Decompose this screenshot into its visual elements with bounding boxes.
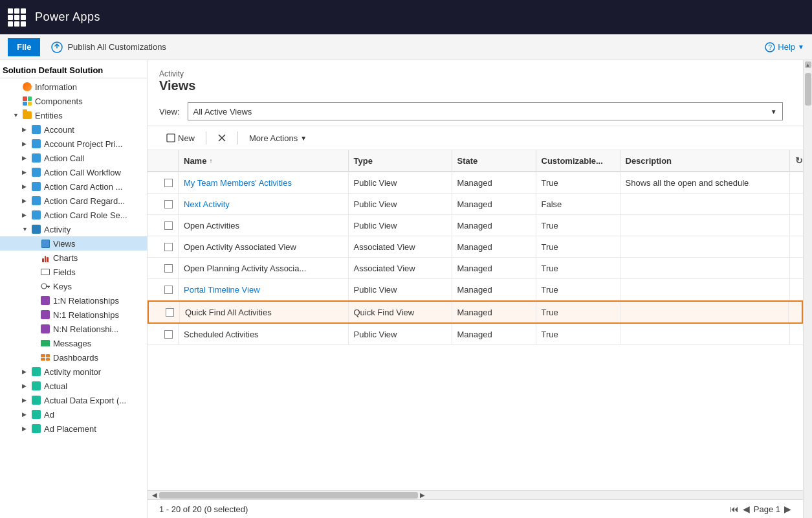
sidebar-item-views[interactable]: Views [0, 236, 147, 251]
sidebar-item-action-call-workflow[interactable]: ▶ Action Call Workflow [0, 165, 147, 179]
sidebar-label-1n-rel: 1:N Relationships [53, 296, 119, 306]
tree-arrow: ▶ [22, 141, 28, 147]
h-scroll-thumb[interactable] [159, 492, 418, 499]
fields-icon [40, 267, 50, 277]
header-customizable[interactable]: Customizable... [536, 150, 620, 171]
delete-icon [217, 133, 226, 142]
sidebar-item-1n-rel[interactable]: 1:N Relationships [0, 293, 147, 308]
sidebar-item-dashboards[interactable]: Dashboards [0, 350, 147, 365]
row-checkbox[interactable] [159, 215, 179, 236]
table-row: My Team Members' Activities Public View … [148, 172, 803, 194]
new-button[interactable]: New [159, 129, 202, 147]
row-description [620, 302, 789, 322]
sidebar-item-activity-monitor[interactable]: ▶ Activity monitor [0, 365, 147, 379]
row-name[interactable]: My Team Members' Activities [179, 172, 349, 193]
sidebar-item-action-call[interactable]: ▶ Action Call [0, 151, 147, 165]
row-checkbox[interactable] [159, 172, 179, 193]
header-state[interactable]: State [452, 150, 536, 171]
sidebar-item-action-card-action[interactable]: ▶ Action Card Action ... [0, 179, 147, 194]
sidebar-item-ad-placement[interactable]: ▶ Ad Placement [0, 422, 147, 436]
action-card-action-icon [31, 181, 41, 192]
sidebar-item-actual[interactable]: ▶ Actual [0, 379, 147, 393]
sidebar-item-components[interactable]: Components [0, 94, 147, 108]
sidebar-label-account: Account [44, 125, 74, 135]
sidebar-item-account[interactable]: ▶ Account [0, 122, 147, 137]
scroll-right-arrow[interactable]: ▶ [418, 492, 427, 499]
sidebar-item-n1-rel[interactable]: N:1 Relationships [0, 308, 147, 322]
prev-page-button[interactable]: ◀ [743, 504, 750, 514]
sidebar-item-entities[interactable]: ▼ Entities [0, 108, 147, 122]
row-checkbox[interactable] [159, 324, 179, 344]
row-checkbox[interactable] [159, 236, 179, 257]
file-button[interactable]: File [8, 38, 40, 56]
row-customizable: True [536, 258, 620, 278]
delete-button[interactable] [210, 129, 234, 147]
sidebar-item-ad[interactable]: ▶ Ad [0, 407, 147, 422]
first-page-button[interactable]: ⏮ [730, 504, 739, 514]
waffle-menu[interactable] [8, 8, 26, 27]
row-customizable: True [536, 172, 620, 193]
footer-range: 1 - 20 of 20 (0 selected) [159, 504, 248, 514]
sidebar-item-activity[interactable]: ▼ Activity [0, 222, 147, 236]
scroll-left-arrow[interactable]: ◀ [150, 492, 159, 499]
sidebar-label-activity: Activity [44, 225, 71, 234]
row-name[interactable]: Next Activity [179, 194, 349, 214]
header-description[interactable]: Description [620, 150, 791, 171]
sidebar-item-charts[interactable]: Charts [0, 251, 147, 265]
sidebar-label-entities: Entities [35, 111, 63, 120]
sidebar-label-n1-rel: N:1 Relationships [53, 310, 119, 320]
sidebar: Solution Default Solution Information Co… [0, 60, 148, 518]
row-checkbox[interactable] [159, 258, 179, 278]
header-description-label: Description [626, 156, 672, 166]
next-page-button[interactable]: ▶ [784, 504, 791, 514]
svg-rect-4 [46, 286, 50, 287]
row-checkbox[interactable] [159, 194, 179, 214]
page-label: Page 1 [754, 504, 780, 514]
sidebar-item-keys[interactable]: Keys [0, 279, 147, 293]
header-refresh[interactable]: ↻ [790, 150, 803, 171]
sidebar-item-information[interactable]: Information [0, 80, 147, 94]
grid-header: Name ↑ Type State Customizable... Descri… [148, 150, 803, 172]
svg-rect-5 [48, 287, 49, 288]
action-toolbar: New More Actions ▼ [148, 126, 812, 150]
action-call-icon [31, 153, 41, 163]
refresh-icon[interactable]: ↻ [795, 155, 803, 166]
sidebar-label-account-project: Account Project Pri... [44, 139, 122, 149]
sidebar-item-fields[interactable]: Fields [0, 265, 147, 279]
sidebar-label-activity-monitor: Activity monitor [44, 367, 101, 377]
sidebar-item-action-card-role[interactable]: ▶ Action Card Role Se... [0, 208, 147, 222]
help-button[interactable]: ? Help ▼ [765, 42, 804, 52]
comp-icon [22, 96, 32, 106]
row-extra [790, 194, 803, 214]
sidebar-label-ad: Ad [44, 410, 54, 420]
sidebar-label-information: Information [35, 82, 77, 92]
sidebar-item-actual-data-export[interactable]: ▶ Actual Data Export (... [0, 393, 147, 407]
new-icon [166, 133, 175, 142]
solution-title: Solution Default Solution [0, 60, 147, 78]
chevron-down-icon: ▼ [771, 108, 777, 115]
header-type[interactable]: Type [349, 150, 452, 171]
sidebar-item-messages[interactable]: Messages [0, 336, 147, 350]
publish-button[interactable]: Publish All Customizations [50, 41, 166, 54]
row-description [620, 279, 791, 300]
header-checkbox-cell [159, 150, 179, 171]
n1-rel-icon [40, 310, 50, 320]
toolbar-separator-2 [237, 131, 238, 144]
view-dropdown[interactable]: All Active Views ▼ [188, 102, 783, 120]
tree-arrow: ▶ [22, 126, 28, 133]
row-type: Public View [349, 324, 452, 344]
row-extra [790, 324, 803, 344]
row-name[interactable]: Portal Timeline View [179, 279, 349, 300]
more-actions-chevron: ▼ [300, 135, 307, 142]
header-name[interactable]: Name ↑ [179, 150, 349, 171]
sidebar-item-account-project[interactable]: ▶ Account Project Pri... [0, 137, 147, 151]
row-extra [790, 258, 803, 278]
more-actions-button[interactable]: More Actions ▼ [242, 129, 314, 147]
actual-data-export-icon [31, 395, 41, 405]
row-type: Public View [349, 194, 452, 214]
horizontal-scrollbar[interactable]: ◀ ▶ [148, 490, 803, 499]
row-checkbox[interactable] [159, 279, 179, 300]
row-checkbox[interactable] [160, 302, 180, 322]
sidebar-item-nn-rel[interactable]: N:N Relationshi... [0, 322, 147, 336]
sidebar-item-action-card-regard[interactable]: ▶ Action Card Regard... [0, 194, 147, 208]
